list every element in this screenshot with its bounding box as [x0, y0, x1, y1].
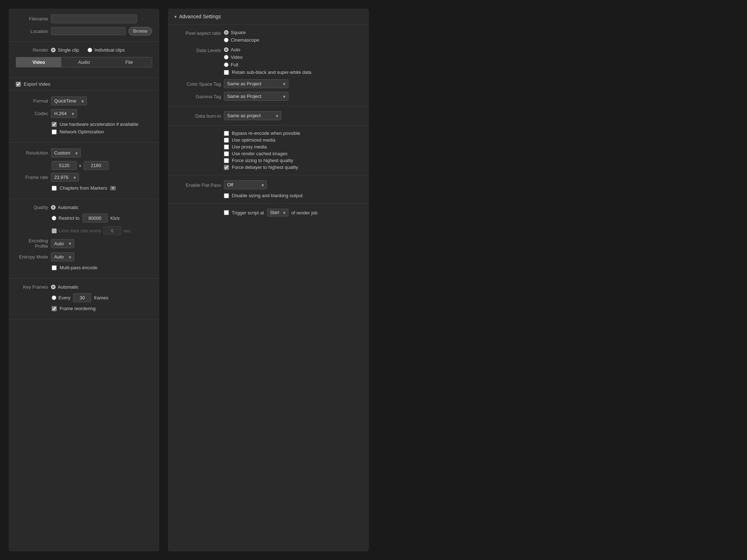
quality-automatic-option[interactable]: Automatic [51, 205, 79, 210]
disable-sizing-check-row: Disable sizing and blanking output [224, 193, 362, 198]
export-video-checkbox[interactable] [16, 82, 21, 87]
quality-automatic-label: Automatic [58, 205, 79, 210]
multipass-row: Multi-pass encode [52, 265, 152, 270]
tab-audio[interactable]: Audio [61, 57, 107, 67]
file-section: Filename 220513_test Location /Volumes/S… [9, 9, 159, 42]
limit-data-rate-checkbox[interactable] [52, 228, 57, 233]
browse-button[interactable]: Browse [128, 27, 152, 35]
keyframes-automatic-option[interactable]: Automatic [51, 284, 79, 290]
bitrate-input[interactable] [83, 214, 108, 223]
auto-label: Auto [231, 47, 240, 52]
marker-icon: ▼ [110, 186, 116, 190]
force-sizing-checkbox[interactable] [224, 158, 229, 163]
quality-automatic-radio[interactable] [51, 205, 56, 210]
square-option[interactable]: Square [224, 30, 259, 35]
force-sizing-label: Force sizing to highest quality [232, 158, 293, 163]
auto-radio[interactable] [224, 47, 229, 52]
gamma-tag-select[interactable]: Same as Project [224, 92, 288, 101]
resolution-select[interactable]: Custom [51, 148, 81, 157]
single-clip-radio[interactable] [51, 48, 56, 52]
location-input[interactable]: /Volumes/SH02 (SSD)/07 OUTPUTS/APPROVALS [51, 27, 126, 35]
restrict-to-radio[interactable] [52, 216, 56, 220]
use-proxy-media-row: Use proxy media [224, 144, 362, 150]
individual-clips-radio[interactable] [88, 48, 92, 52]
auto-option[interactable]: Auto [224, 47, 311, 52]
keyframes-value-input[interactable] [73, 293, 91, 302]
chapters-markers-checkbox[interactable] [52, 186, 57, 191]
encoding-profile-select[interactable]: Auto [51, 239, 74, 248]
network-opt-checkbox[interactable] [52, 129, 57, 134]
keyframes-frames-label: frames [94, 295, 108, 300]
retain-subblack-checkbox[interactable] [224, 70, 229, 75]
enable-flat-pass-select[interactable]: Off [224, 180, 267, 189]
use-proxy-media-checkbox[interactable] [224, 144, 229, 150]
checkbox-options-list: Bypass re-encode when possible Use optim… [224, 130, 362, 170]
pixel-aspect-ratio-options: Square Cinemascope [224, 30, 259, 43]
square-radio[interactable] [224, 30, 229, 35]
tab-file[interactable]: File [107, 57, 152, 67]
tab-video[interactable]: Video [16, 57, 61, 67]
entropy-mode-select-wrap: Auto [51, 252, 74, 261]
limit-data-rate-label: Limit data rate every [59, 228, 101, 233]
restrict-to-option[interactable]: Restrict to [52, 215, 80, 221]
codec-select[interactable]: H.264 [51, 109, 77, 118]
bypass-reencode-checkbox[interactable] [224, 131, 229, 136]
render-label: Render [16, 47, 48, 53]
framerate-select[interactable]: 23.976 [51, 173, 79, 182]
cinemascope-radio[interactable] [224, 38, 229, 42]
gamma-tag-row: Gamma Tag Same as Project [174, 92, 362, 101]
color-space-tag-select-wrap: Same as Project [224, 79, 288, 88]
cinemascope-label: Cinemascope [231, 37, 259, 43]
full-option[interactable]: Full [224, 62, 311, 67]
use-render-cached-checkbox[interactable] [224, 151, 229, 156]
multipass-checkbox[interactable] [52, 265, 57, 270]
force-debayer-row: Force debayer to highest quality [224, 165, 362, 170]
use-optimized-media-checkbox[interactable] [224, 138, 229, 143]
bitrate-unit: Kb/s [111, 215, 120, 221]
advanced-settings-title: Advanced Settings [179, 14, 221, 19]
keyframes-every-option[interactable]: Every [52, 295, 70, 300]
trigger-script-row: Trigger script at Start of render job [224, 209, 362, 217]
quality-section: Quality Automatic Restrict to Kb/s Limit… [9, 199, 159, 279]
codec-section: Format QuickTime Codec H.264 Use hardwar… [9, 91, 159, 143]
multipass-label: Multi-pass encode [60, 265, 98, 270]
resolution-section: Resolution Custom x Frame rate 23.976 Ch… [9, 143, 159, 199]
use-render-cached-label: Use render cached images [232, 151, 287, 156]
data-burn-in-label: Data burn-in [174, 113, 221, 119]
trigger-script-select-wrap: Start [267, 209, 288, 217]
export-video-row: Export Video [9, 78, 159, 91]
keyframes-label: Key Frames [16, 284, 48, 290]
single-clip-option[interactable]: Single clip [51, 47, 79, 53]
cinemascope-option[interactable]: Cinemascope [224, 37, 259, 43]
network-opt-label: Network Optimization [60, 129, 104, 134]
entropy-mode-label: Entropy Mode [16, 254, 48, 260]
full-radio[interactable] [224, 62, 229, 67]
trigger-script-suffix: of render job [291, 210, 318, 215]
hw-accel-checkbox[interactable] [52, 122, 57, 127]
disable-sizing-checkbox[interactable] [224, 193, 229, 198]
resolution-select-wrap: Custom [51, 148, 81, 157]
height-input[interactable] [84, 161, 109, 170]
keyframes-automatic-radio[interactable] [51, 285, 56, 289]
advanced-settings-header[interactable]: ▾ Advanced Settings [168, 9, 369, 25]
limit-value-input[interactable] [103, 226, 121, 235]
force-debayer-checkbox[interactable] [224, 165, 229, 170]
format-select-wrap: QuickTime [51, 96, 87, 105]
individual-clips-option[interactable]: Individual clips [88, 47, 125, 53]
frame-reordering-checkbox[interactable] [52, 306, 57, 311]
video-option[interactable]: Video [224, 54, 311, 60]
trigger-script-checkbox[interactable] [224, 210, 229, 215]
pixel-aspect-ratio-section: Pixel aspect ratio Square Cinemascope Da… [168, 25, 369, 106]
keyframes-every-radio[interactable] [52, 295, 56, 300]
color-space-tag-select[interactable]: Same as Project [224, 79, 288, 88]
entropy-mode-select[interactable]: Auto [51, 252, 74, 261]
width-input[interactable] [52, 161, 77, 170]
trigger-script-section: Trigger script at Start of render job [168, 204, 369, 222]
trigger-script-select[interactable]: Start [267, 209, 288, 217]
hw-accel-label: Use hardware acceleration if available [60, 122, 138, 127]
filename-input[interactable]: 220513_test [51, 14, 137, 23]
data-burn-in-select[interactable]: Same as project [224, 111, 281, 120]
format-select[interactable]: QuickTime [51, 96, 87, 105]
use-proxy-media-label: Use proxy media [232, 144, 267, 150]
video-radio[interactable] [224, 55, 229, 60]
